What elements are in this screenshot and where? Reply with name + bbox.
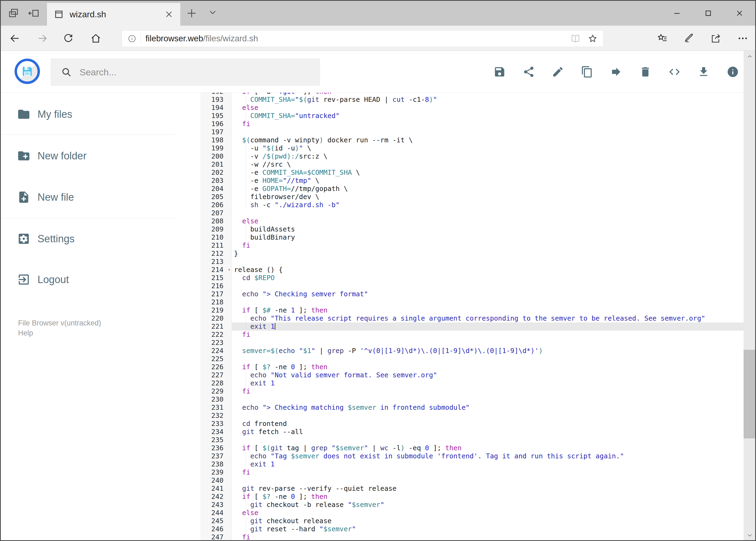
code-line[interactable]: 212}: [200, 250, 744, 258]
line-number[interactable]: 215: [200, 274, 232, 282]
line-number[interactable]: 235: [200, 436, 232, 444]
code-line-text[interactable]: [232, 339, 744, 347]
code-line[interactable]: 208 else: [200, 217, 744, 225]
line-number[interactable]: 228: [200, 379, 232, 387]
code-line[interactable]: 241 git rev-parse --verify --quiet relea…: [200, 485, 744, 493]
code-line[interactable]: 198 $(command -v winpty) docker run --rm…: [200, 136, 744, 144]
code-line[interactable]: 195 COMMIT_SHA="untracked": [200, 112, 744, 120]
line-number[interactable]: 232: [200, 412, 232, 420]
line-number[interactable]: 209: [200, 225, 232, 234]
code-line[interactable]: 193 COMMIT_SHA="$(git rev-parse HEAD | c…: [200, 96, 744, 104]
code-line[interactable]: 231 echo "> Checking matching $semver in…: [200, 403, 744, 412]
line-number[interactable]: 195: [200, 112, 232, 120]
line-number[interactable]: 220: [200, 314, 232, 322]
code-line[interactable]: 216: [200, 282, 744, 290]
line-number[interactable]: 244: [200, 509, 232, 517]
line-number[interactable]: 196: [200, 120, 232, 128]
code-line-text[interactable]: buildBinary: [232, 234, 744, 242]
code-line-text[interactable]: exit 1: [232, 460, 744, 468]
line-number[interactable]: 242: [200, 493, 232, 501]
code-line[interactable]: 242 if [ $? -ne 0 ]; then: [200, 493, 744, 501]
code-line-text[interactable]: buildAssets: [232, 225, 744, 234]
code-line[interactable]: 226 if [ $? -ne 0 ]; then: [200, 363, 744, 371]
code-line-text[interactable]: if [ $? -ne 0 ]; then: [232, 493, 744, 501]
code-line-text[interactable]: $(command -v winpty) docker run --rm -it…: [232, 136, 744, 144]
maximize-button[interactable]: [692, 1, 724, 26]
code-line-text[interactable]: git reset --hard "$semver": [232, 525, 744, 533]
code-line[interactable]: 221 exit 1: [200, 322, 744, 330]
code-line[interactable]: 209 buildAssets: [200, 225, 744, 234]
code-line-text[interactable]: else: [232, 104, 744, 112]
code-line-text[interactable]: [232, 298, 744, 306]
line-number[interactable]: 223: [200, 339, 232, 347]
line-number[interactable]: 206: [200, 201, 232, 209]
save-button[interactable]: [493, 66, 506, 78]
fold-arrow-icon[interactable]: ▾: [228, 266, 230, 274]
code-line[interactable]: 202 -e COMMIT_SHA=$COMMIT_SHA \: [200, 169, 744, 177]
scroll-up-icon[interactable]: [747, 54, 753, 59]
line-number[interactable]: 245: [200, 517, 232, 525]
code-line[interactable]: 222 fi: [200, 330, 744, 339]
line-number[interactable]: 230: [200, 395, 232, 403]
filebrowser-logo-icon[interactable]: [15, 59, 40, 84]
code-line-text[interactable]: [232, 258, 744, 266]
code-line-text[interactable]: cd frontend: [232, 420, 744, 428]
code-line-text[interactable]: fi: [232, 533, 744, 541]
line-number[interactable]: 231: [200, 403, 232, 412]
code-line-text[interactable]: [232, 209, 744, 217]
code-line-text[interactable]: -w //src \: [232, 161, 744, 169]
line-number[interactable]: 201: [200, 161, 232, 169]
code-line-text[interactable]: echo "Tag $semver does not exist in subm…: [232, 452, 744, 460]
code-line-text[interactable]: [232, 476, 744, 485]
line-number[interactable]: 219: [200, 306, 232, 314]
tab-preview-button[interactable]: [8, 7, 19, 19]
edit-button[interactable]: [552, 66, 564, 78]
line-number[interactable]: 240: [200, 476, 232, 485]
code-line[interactable]: 213: [200, 258, 744, 266]
code-line-text[interactable]: [232, 412, 744, 420]
code-line-text[interactable]: -e COMMIT_SHA=$COMMIT_SHA \: [232, 169, 744, 177]
code-line[interactable]: 223: [200, 339, 744, 347]
code-line[interactable]: 203 -e HOME="//tmp" \: [200, 177, 744, 185]
code-line-text[interactable]: fi: [232, 330, 744, 339]
code-line[interactable]: 247 fi: [200, 533, 744, 541]
code-line[interactable]: 227 echo "Not valid semver format. See s…: [200, 371, 744, 379]
code-line[interactable]: 211 fi: [200, 242, 744, 250]
line-number[interactable]: 224: [200, 347, 232, 355]
code-line-text[interactable]: filebrowser/dev \: [232, 193, 744, 201]
code-line-text[interactable]: }: [232, 250, 744, 258]
forward-button[interactable]: [37, 33, 48, 44]
line-number[interactable]: 239: [200, 468, 232, 476]
info-button[interactable]: [727, 66, 739, 78]
line-number[interactable]: 227: [200, 371, 232, 379]
code-line-text[interactable]: echo "This release script requires a sin…: [232, 314, 744, 322]
address-bar[interactable]: filebrowser.web/files/wizard.sh: [122, 30, 604, 47]
code-line-text[interactable]: if [ $# -ne 1 ]; then: [232, 306, 744, 314]
code-line-text[interactable]: if [ $(git tag | grep "$semver" | wc -l)…: [232, 444, 744, 452]
code-line-text[interactable]: [232, 395, 744, 403]
vertical-scrollbar[interactable]: [744, 51, 756, 541]
code-line-text[interactable]: git checkout -b release "$semver": [232, 501, 744, 509]
code-line[interactable]: 207: [200, 209, 744, 217]
line-number[interactable]: 198: [200, 136, 232, 144]
more-options-button[interactable]: [737, 33, 748, 44]
code-line-text[interactable]: -u "$(id -u)" \: [232, 144, 744, 152]
sidebar-item-settings[interactable]: Settings: [1, 227, 200, 251]
sidebar-item-new-folder[interactable]: New folder: [1, 144, 200, 168]
code-line-text[interactable]: COMMIT_SHA="$(git rev-parse HEAD | cut -…: [232, 96, 744, 104]
minimize-button[interactable]: [661, 1, 692, 26]
code-line[interactable]: 243 git checkout -b release "$semver": [200, 501, 744, 509]
line-number[interactable]: 200: [200, 152, 232, 161]
line-number[interactable]: 233: [200, 420, 232, 428]
code-line[interactable]: 204 -e GOPATH=//tmp/gopath \: [200, 185, 744, 193]
set-tabs-aside-button[interactable]: [28, 7, 40, 19]
code-line[interactable]: 206 sh -c "./wizard.sh -b": [200, 201, 744, 209]
line-number[interactable]: 193: [200, 96, 232, 104]
code-line[interactable]: 225: [200, 355, 744, 363]
raw-button[interactable]: [668, 66, 681, 78]
sidebar-item-new-file[interactable]: New file: [1, 185, 200, 209]
code-line[interactable]: 219 if [ $# -ne 1 ]; then: [200, 306, 744, 314]
line-number[interactable]: 207: [200, 209, 232, 217]
line-number[interactable]: 234: [200, 428, 232, 436]
code-line-text[interactable]: echo "Not valid semver format. See semve…: [232, 371, 744, 379]
